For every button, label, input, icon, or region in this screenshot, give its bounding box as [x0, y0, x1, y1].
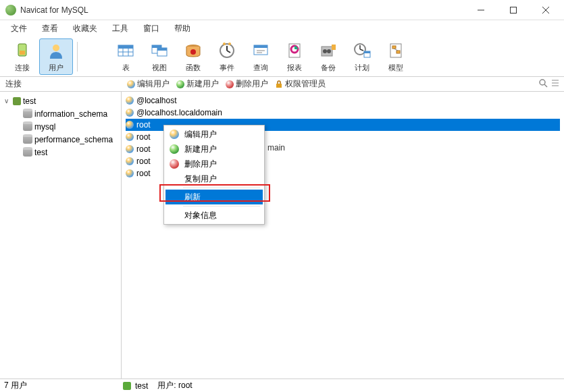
- statusbar: 7 用户 test 用户: root: [0, 379, 564, 392]
- ctx-edit-user-label: 编辑用户: [184, 129, 217, 140]
- toolbar-model-label: 模型: [388, 63, 403, 73]
- delete-user-icon: [170, 159, 179, 169]
- toolbar-plan-label: 计划: [355, 63, 369, 73]
- svg-rect-42: [276, 84, 282, 88]
- menu-help[interactable]: 帮助: [168, 22, 197, 36]
- toolbar-model[interactable]: 模型: [379, 38, 413, 75]
- action-privilege-manager[interactable]: 权限管理员: [275, 78, 326, 90]
- app-icon: [5, 5, 16, 16]
- svg-line-44: [544, 84, 547, 87]
- tree-db-label: test: [34, 148, 47, 157]
- user-row[interactable]: @localhost: [126, 94, 560, 107]
- user-row-label: root: [136, 120, 151, 130]
- database-icon: [23, 136, 32, 144]
- toolbar-view[interactable]: 视图: [143, 38, 176, 75]
- action-new-user-label: 新建用户: [186, 78, 219, 90]
- user-row-icon: [126, 121, 134, 129]
- ctx-copy-user-label: 复制用户: [184, 173, 217, 185]
- table-icon: [115, 40, 136, 61]
- user-row[interactable]: @localhost.localdomain: [126, 107, 560, 119]
- menu-window[interactable]: 窗口: [136, 22, 166, 36]
- ctx-refresh[interactable]: 刷新: [165, 190, 263, 204]
- tree-db-row[interactable]: information_schema: [3, 107, 118, 120]
- toolbar-event[interactable]: 事件: [210, 38, 244, 75]
- toolbar-query[interactable]: 查询: [244, 38, 278, 75]
- tree-db-row[interactable]: test: [3, 146, 118, 159]
- edit-user-icon: [170, 130, 179, 139]
- ctx-copy-user[interactable]: 复制用户: [165, 171, 263, 186]
- toolbar-view-label: 视图: [152, 63, 167, 73]
- window-buttons: [471, 1, 559, 19]
- tree-expand-icon[interactable]: ∨: [4, 97, 11, 105]
- user-row-label: root: [136, 132, 151, 142]
- ctx-refresh-label: 刷新: [184, 192, 201, 203]
- toolbar-table[interactable]: 表: [109, 38, 143, 75]
- lock-icon: [275, 80, 283, 88]
- toolbar-connect-label: 连接: [15, 63, 30, 73]
- svg-point-22: [228, 43, 231, 45]
- tree-connection-row[interactable]: ∨ test: [3, 94, 118, 107]
- svg-rect-8: [118, 45, 133, 49]
- toolbar-report-label: 报表: [287, 63, 302, 73]
- action-new-user[interactable]: 新建用户: [176, 78, 219, 90]
- delete-user-icon: [226, 80, 234, 88]
- toolbar-function[interactable]: 函数: [176, 38, 210, 75]
- main-area: ∨ test information_schema mysql performa…: [0, 92, 564, 379]
- svg-point-31: [327, 49, 331, 53]
- toolbar-separator: [77, 42, 78, 72]
- ctx-new-user[interactable]: 新建用户: [165, 142, 263, 157]
- status-user-label: 用户: root: [157, 380, 192, 391]
- action-delete-user[interactable]: 删除用户: [226, 78, 268, 90]
- user-row-label: @localhost.localdomain: [136, 108, 222, 117]
- toolbar-connect[interactable]: 连接: [5, 38, 39, 75]
- tree-db-row[interactable]: mysql: [3, 120, 118, 133]
- svg-rect-32: [332, 45, 336, 50]
- plan-icon: [351, 40, 373, 61]
- list-view-icon[interactable]: [550, 78, 560, 88]
- tree-db-label: mysql: [34, 122, 55, 132]
- action-edit-user[interactable]: 编辑用户: [127, 78, 170, 90]
- ctx-delete-user-label: 删除用户: [184, 159, 217, 170]
- menu-file[interactable]: 文件: [4, 22, 34, 36]
- ctx-delete-user[interactable]: 删除用户: [165, 157, 263, 171]
- status-connection-name: test: [135, 381, 148, 391]
- toolbar-function-label: 函数: [186, 63, 201, 73]
- toolbar-plan[interactable]: 计划: [345, 38, 379, 75]
- sub-toolbar-left-label: 连接: [0, 78, 122, 90]
- minimize-button[interactable]: [471, 1, 491, 19]
- svg-point-43: [540, 80, 545, 85]
- menu-tools[interactable]: 工具: [105, 22, 135, 36]
- user-list-panel: @localhost @localhost.localdomain root r…: [122, 92, 564, 379]
- svg-point-17: [190, 49, 196, 55]
- user-row-icon: [126, 145, 134, 153]
- status-user-count: 7 用户: [4, 380, 27, 391]
- close-button[interactable]: [536, 1, 556, 19]
- user-row-icon: [126, 96, 134, 105]
- svg-rect-24: [254, 45, 267, 48]
- toolbar-report[interactable]: 报表: [278, 38, 311, 75]
- toolbar-user[interactable]: 用户: [39, 38, 73, 75]
- user-row-label: @localhost: [136, 96, 177, 105]
- user-row-icon: [126, 169, 134, 177]
- toolbar-event-label: 事件: [220, 63, 234, 73]
- user-icon: [45, 40, 67, 61]
- svg-point-30: [323, 49, 327, 53]
- toolbar-backup[interactable]: 备份: [311, 38, 345, 75]
- ctx-object-info-label: 对象信息: [184, 210, 217, 221]
- tree-db-row[interactable]: performance_schema: [3, 133, 118, 146]
- svg-point-21: [223, 43, 226, 45]
- svg-rect-39: [392, 46, 396, 49]
- svg-rect-14: [152, 45, 161, 48]
- svg-rect-15: [157, 48, 167, 51]
- menu-favorites[interactable]: 收藏夹: [66, 22, 104, 36]
- sub-toolbar: 连接 编辑用户 新建用户 删除用户 权限管理员: [0, 77, 564, 92]
- ctx-edit-user[interactable]: 编辑用户: [165, 127, 263, 142]
- window-title: Navicat for MySQL: [20, 5, 471, 15]
- menu-view[interactable]: 查看: [35, 22, 65, 36]
- report-icon: [284, 40, 305, 61]
- ctx-object-info[interactable]: 对象信息: [165, 208, 263, 223]
- maximize-button[interactable]: [503, 1, 523, 19]
- connect-icon: [11, 40, 33, 61]
- search-icon[interactable]: [538, 78, 548, 88]
- right-tool-icons: [538, 78, 560, 88]
